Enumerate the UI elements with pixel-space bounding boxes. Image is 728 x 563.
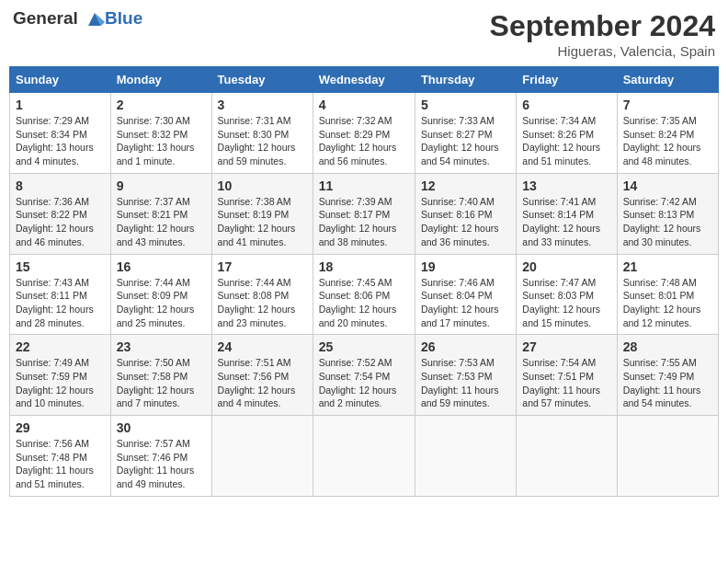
calendar-week-1: 1Sunrise: 7:29 AM Sunset: 8:34 PM Daylig… [10, 93, 719, 174]
day-number: 10 [218, 178, 307, 193]
day-number: 15 [16, 259, 105, 274]
day-number: 3 [218, 98, 307, 112]
day-info: Sunrise: 7:37 AM Sunset: 8:21 PM Dayligh… [117, 195, 206, 249]
calendar-cell [617, 416, 718, 497]
day-number: 11 [319, 178, 409, 193]
day-info: Sunrise: 7:49 AM Sunset: 7:59 PM Dayligh… [16, 356, 105, 410]
day-info: Sunrise: 7:46 AM Sunset: 8:04 PM Dayligh… [421, 276, 510, 330]
calendar-cell: 28Sunrise: 7:55 AM Sunset: 7:49 PM Dayli… [617, 335, 718, 416]
day-info: Sunrise: 7:43 AM Sunset: 8:11 PM Dayligh… [16, 276, 105, 330]
day-number: 27 [522, 339, 610, 354]
calendar-cell: 25Sunrise: 7:52 AM Sunset: 7:54 PM Dayli… [313, 335, 415, 416]
calendar-table: SundayMondayTuesdayWednesdayThursdayFrid… [9, 66, 719, 497]
day-info: Sunrise: 7:33 AM Sunset: 8:27 PM Dayligh… [421, 114, 510, 168]
day-number: 30 [117, 420, 206, 435]
calendar-header-row: SundayMondayTuesdayWednesdayThursdayFrid… [10, 67, 719, 93]
day-number: 8 [16, 178, 105, 193]
logo-blue: Blue [105, 8, 142, 28]
day-info: Sunrise: 7:44 AM Sunset: 8:09 PM Dayligh… [117, 276, 206, 330]
location: Higueras, Valencia, Spain [490, 43, 715, 59]
calendar-cell: 19Sunrise: 7:46 AM Sunset: 8:04 PM Dayli… [415, 254, 516, 335]
calendar-cell: 13Sunrise: 7:41 AM Sunset: 8:14 PM Dayli… [517, 173, 617, 254]
calendar-cell: 10Sunrise: 7:38 AM Sunset: 8:19 PM Dayli… [211, 173, 313, 254]
page-header: General Blue September 2024 Higueras, Va… [9, 9, 719, 59]
day-number: 22 [16, 339, 105, 354]
day-info: Sunrise: 7:47 AM Sunset: 8:03 PM Dayligh… [522, 276, 610, 330]
calendar-cell [313, 416, 415, 497]
logo: General Blue [13, 9, 142, 29]
calendar-cell: 27Sunrise: 7:54 AM Sunset: 7:51 PM Dayli… [517, 335, 617, 416]
day-info: Sunrise: 7:34 AM Sunset: 8:26 PM Dayligh… [522, 114, 610, 168]
day-info: Sunrise: 7:30 AM Sunset: 8:32 PM Dayligh… [117, 114, 206, 168]
day-number: 23 [117, 339, 206, 354]
day-number: 29 [16, 420, 105, 435]
day-info: Sunrise: 7:51 AM Sunset: 7:56 PM Dayligh… [218, 356, 307, 410]
calendar-cell: 14Sunrise: 7:42 AM Sunset: 8:13 PM Dayli… [617, 173, 718, 254]
calendar-cell: 29Sunrise: 7:56 AM Sunset: 7:48 PM Dayli… [10, 416, 111, 497]
day-number: 18 [319, 259, 409, 274]
calendar-cell: 2Sunrise: 7:30 AM Sunset: 8:32 PM Daylig… [110, 93, 211, 174]
day-number: 4 [319, 98, 409, 112]
day-info: Sunrise: 7:50 AM Sunset: 7:58 PM Dayligh… [117, 356, 206, 410]
calendar-cell: 24Sunrise: 7:51 AM Sunset: 7:56 PM Dayli… [211, 335, 313, 416]
day-number: 9 [117, 178, 206, 193]
calendar-cell: 23Sunrise: 7:50 AM Sunset: 7:58 PM Dayli… [110, 335, 211, 416]
day-number: 2 [117, 98, 206, 112]
weekday-header-monday: Monday [110, 67, 211, 93]
day-number: 7 [623, 98, 712, 112]
day-number: 25 [319, 339, 409, 354]
day-number: 1 [16, 98, 105, 112]
day-number: 19 [421, 259, 510, 274]
day-info: Sunrise: 7:55 AM Sunset: 7:49 PM Dayligh… [623, 356, 712, 410]
calendar-cell: 11Sunrise: 7:39 AM Sunset: 8:17 PM Dayli… [313, 173, 415, 254]
day-info: Sunrise: 7:41 AM Sunset: 8:14 PM Dayligh… [522, 195, 610, 249]
day-info: Sunrise: 7:48 AM Sunset: 8:01 PM Dayligh… [623, 276, 712, 330]
calendar-cell: 22Sunrise: 7:49 AM Sunset: 7:59 PM Dayli… [10, 335, 111, 416]
day-info: Sunrise: 7:39 AM Sunset: 8:17 PM Dayligh… [319, 195, 409, 249]
calendar-cell: 8Sunrise: 7:36 AM Sunset: 8:22 PM Daylig… [10, 173, 111, 254]
day-number: 13 [522, 178, 610, 193]
day-info: Sunrise: 7:52 AM Sunset: 7:54 PM Dayligh… [319, 356, 409, 410]
calendar-cell: 3Sunrise: 7:31 AM Sunset: 8:30 PM Daylig… [211, 93, 313, 174]
calendar-cell [415, 416, 516, 497]
day-number: 24 [218, 339, 307, 354]
calendar-cell: 5Sunrise: 7:33 AM Sunset: 8:27 PM Daylig… [415, 93, 516, 174]
day-info: Sunrise: 7:54 AM Sunset: 7:51 PM Dayligh… [522, 356, 610, 410]
day-number: 17 [218, 259, 307, 274]
calendar-week-3: 15Sunrise: 7:43 AM Sunset: 8:11 PM Dayli… [10, 254, 719, 335]
calendar-cell: 16Sunrise: 7:44 AM Sunset: 8:09 PM Dayli… [110, 254, 211, 335]
day-info: Sunrise: 7:35 AM Sunset: 8:24 PM Dayligh… [623, 114, 712, 168]
day-info: Sunrise: 7:53 AM Sunset: 7:53 PM Dayligh… [421, 356, 510, 410]
day-number: 26 [421, 339, 510, 354]
day-number: 16 [117, 259, 206, 274]
day-info: Sunrise: 7:44 AM Sunset: 8:08 PM Dayligh… [218, 276, 307, 330]
day-info: Sunrise: 7:32 AM Sunset: 8:29 PM Dayligh… [319, 114, 409, 168]
calendar-cell: 15Sunrise: 7:43 AM Sunset: 8:11 PM Dayli… [10, 254, 111, 335]
day-info: Sunrise: 7:42 AM Sunset: 8:13 PM Dayligh… [623, 195, 712, 249]
day-number: 5 [421, 98, 510, 112]
calendar-cell: 12Sunrise: 7:40 AM Sunset: 8:16 PM Dayli… [415, 173, 516, 254]
day-number: 28 [623, 339, 712, 354]
calendar-cell: 6Sunrise: 7:34 AM Sunset: 8:26 PM Daylig… [517, 93, 617, 174]
calendar-cell [517, 416, 617, 497]
day-info: Sunrise: 7:36 AM Sunset: 8:22 PM Dayligh… [16, 195, 105, 249]
weekday-header-sunday: Sunday [10, 67, 111, 93]
calendar-cell: 20Sunrise: 7:47 AM Sunset: 8:03 PM Dayli… [517, 254, 617, 335]
title-block: September 2024 Higueras, Valencia, Spain [490, 9, 715, 59]
month-title: September 2024 [490, 9, 715, 43]
calendar-cell: 4Sunrise: 7:32 AM Sunset: 8:29 PM Daylig… [313, 93, 415, 174]
logo-general: General [13, 8, 78, 28]
day-info: Sunrise: 7:40 AM Sunset: 8:16 PM Dayligh… [421, 195, 510, 249]
day-number: 6 [522, 98, 610, 112]
day-number: 20 [522, 259, 610, 274]
weekday-header-saturday: Saturday [617, 67, 718, 93]
calendar-cell: 18Sunrise: 7:45 AM Sunset: 8:06 PM Dayli… [313, 254, 415, 335]
calendar-cell: 1Sunrise: 7:29 AM Sunset: 8:34 PM Daylig… [10, 93, 111, 174]
calendar-cell: 17Sunrise: 7:44 AM Sunset: 8:08 PM Dayli… [211, 254, 313, 335]
weekday-header-friday: Friday [517, 67, 617, 93]
day-info: Sunrise: 7:38 AM Sunset: 8:19 PM Dayligh… [218, 195, 307, 249]
day-info: Sunrise: 7:29 AM Sunset: 8:34 PM Dayligh… [16, 114, 105, 168]
calendar-cell: 26Sunrise: 7:53 AM Sunset: 7:53 PM Dayli… [415, 335, 516, 416]
calendar-week-2: 8Sunrise: 7:36 AM Sunset: 8:22 PM Daylig… [10, 173, 719, 254]
day-info: Sunrise: 7:56 AM Sunset: 7:48 PM Dayligh… [16, 437, 105, 491]
